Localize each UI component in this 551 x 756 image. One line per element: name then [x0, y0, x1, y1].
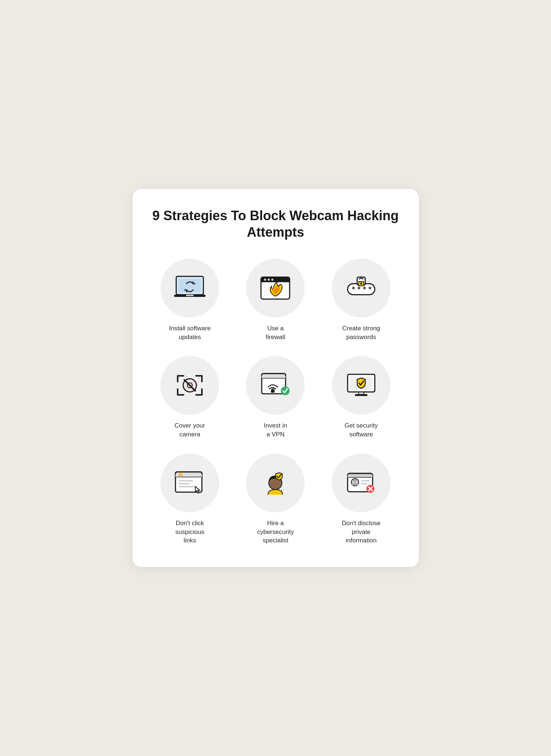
item-invest-vpn: Invest ina VPN: [236, 356, 315, 439]
item-dont-click-links: ! Don't clicksuspiciouslinks: [151, 454, 229, 545]
item-get-security-software: Get securitysoftware: [322, 356, 400, 439]
item-create-strong-passwords: * * * * Create strongpasswords: [322, 259, 400, 342]
private-info-icon: [345, 466, 378, 499]
strategies-grid: Install softwareupdates: [151, 259, 400, 545]
svg-rect-18: [360, 283, 362, 285]
label-use-firewall: Use afirewall: [266, 324, 285, 342]
icon-circle-firewall: [246, 259, 305, 317]
item-cover-camera: Cover yourcamera: [151, 356, 229, 439]
svg-text:*: *: [352, 285, 355, 293]
label-cover-camera: Cover yourcamera: [175, 421, 205, 439]
svg-point-8: [268, 279, 270, 281]
svg-rect-3: [186, 295, 193, 296]
label-hire-specialist: Hire acybersecurityspecialist: [257, 519, 294, 545]
svg-rect-1: [178, 279, 201, 292]
svg-text:!: !: [180, 473, 181, 476]
firewall-icon: [259, 272, 292, 305]
security-software-icon: [345, 369, 378, 402]
svg-rect-30: [355, 394, 367, 396]
svg-text:*: *: [363, 285, 366, 293]
svg-rect-41: [348, 475, 373, 477]
svg-rect-37: [178, 486, 197, 487]
page-title: 9 Strategies To Block Webcam Hacking Att…: [151, 207, 400, 240]
cover-camera-icon: [173, 369, 206, 402]
icon-circle-security: [332, 356, 391, 415]
svg-text:*: *: [369, 285, 371, 293]
password-icon: * * * *: [345, 272, 378, 305]
suspicious-links-icon: !: [173, 466, 206, 499]
item-dont-disclose: Don't discloseprivateinformation: [322, 454, 400, 545]
icon-circle-install: [160, 259, 219, 317]
label-install-software-updates: Install softwareupdates: [169, 324, 210, 342]
laptop-refresh-icon: [173, 272, 206, 305]
vpn-icon: [259, 369, 292, 402]
icon-circle-passwords: * * * *: [332, 259, 391, 317]
icon-circle-camera: [160, 356, 219, 415]
svg-point-7: [264, 279, 266, 281]
item-hire-specialist: Hire acybersecurityspecialist: [236, 454, 315, 545]
svg-rect-25: [271, 390, 275, 393]
svg-point-9: [271, 279, 273, 281]
icon-circle-vpn: [246, 356, 305, 415]
label-dont-disclose: Don't discloseprivateinformation: [342, 519, 380, 545]
label-dont-click-links: Don't clicksuspiciouslinks: [175, 519, 204, 545]
svg-rect-35: [178, 480, 193, 481]
item-install-software-updates: Install softwareupdates: [151, 259, 229, 342]
icon-circle-specialist: [246, 454, 305, 512]
label-get-security-software: Get securitysoftware: [344, 421, 378, 439]
svg-point-43: [354, 479, 356, 482]
svg-rect-44: [361, 480, 370, 481]
svg-rect-36: [178, 483, 189, 484]
main-card: 9 Strategies To Block Webcam Hacking Att…: [133, 189, 419, 567]
item-use-firewall: Use afirewall: [236, 259, 315, 342]
label-create-strong-passwords: Create strongpasswords: [342, 324, 380, 342]
svg-text:*: *: [358, 285, 360, 293]
svg-rect-45: [361, 483, 367, 484]
icon-circle-suspicious-links: !: [160, 454, 219, 512]
svg-rect-29: [359, 392, 364, 395]
svg-rect-24: [262, 376, 286, 378]
icon-circle-private-info: [332, 454, 391, 512]
label-invest-vpn: Invest ina VPN: [264, 421, 287, 439]
specialist-icon: [259, 466, 292, 499]
